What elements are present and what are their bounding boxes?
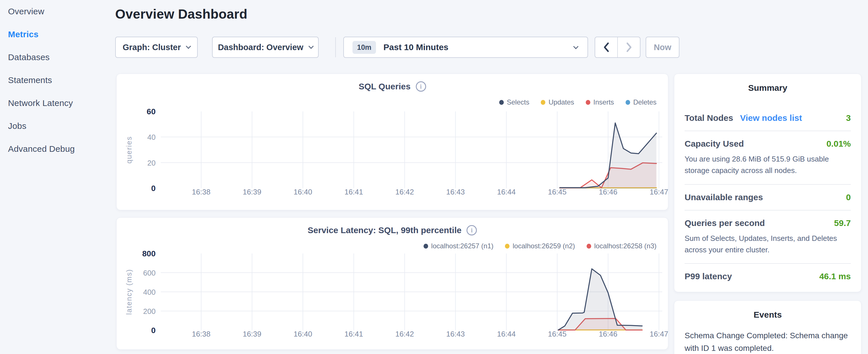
- toolbar: Graph: Cluster Dashboard: Overview 10m P…: [115, 37, 671, 58]
- summary-description: Sum of Selects, Updates, Inserts, and De…: [685, 232, 851, 256]
- svg-text:16:47: 16:47: [650, 188, 668, 196]
- main-content: Overview Dashboard Graph: Cluster Dashbo…: [115, 0, 671, 22]
- sidebar-item-metrics[interactable]: Metrics: [8, 23, 111, 46]
- sidebar-item-databases[interactable]: Databases: [8, 46, 111, 69]
- svg-text:16:43: 16:43: [446, 330, 465, 338]
- sidebar-item-jobs[interactable]: Jobs: [8, 115, 111, 137]
- legend-dot-icon: [587, 244, 591, 249]
- legend-dot-icon: [505, 244, 509, 249]
- service-latency-chart-card: Service Latency: SQL, 99th percentile i …: [116, 217, 668, 350]
- svg-text:16:44: 16:44: [497, 330, 516, 338]
- summary-label: Capacity Used: [685, 139, 744, 149]
- sidebar-item-advanced-debug[interactable]: Advanced Debug: [8, 137, 111, 160]
- chart-legend: SelectsUpdatesInsertsDeletes: [499, 98, 657, 106]
- chart-title: SQL Queries: [359, 82, 410, 91]
- time-step-forward-button[interactable]: [618, 37, 640, 57]
- chevron-right-icon: [625, 42, 633, 53]
- svg-text:16:41: 16:41: [344, 188, 363, 196]
- time-range-dropdown[interactable]: 10m Past 10 Minutes: [343, 37, 588, 58]
- graph-scope-dropdown[interactable]: Graph: Cluster: [115, 37, 198, 58]
- svg-text:600: 600: [143, 269, 156, 277]
- summary-value: 0: [846, 192, 851, 202]
- svg-text:16:39: 16:39: [243, 188, 261, 196]
- svg-text:16:45: 16:45: [548, 188, 566, 196]
- svg-text:16:45: 16:45: [548, 330, 566, 338]
- legend-label: Inserts: [593, 98, 614, 106]
- summary-value: 0.01%: [827, 139, 851, 149]
- summary-row-p99-latency: P99 latency 46.1 ms: [685, 263, 851, 289]
- sql-queries-plot[interactable]: 020406016:3816:3916:4016:4116:4216:4316:…: [161, 106, 665, 201]
- legend-item[interactable]: Updates: [541, 98, 574, 106]
- sidebar: Overview Metrics Databases Statements Ne…: [8, 0, 111, 160]
- summary-row-total-nodes: Total Nodes View nodes list 3: [685, 105, 851, 131]
- svg-text:queries: queries: [125, 136, 133, 164]
- svg-text:800: 800: [142, 249, 156, 258]
- legend-label: Updates: [549, 98, 574, 106]
- svg-text:16:46: 16:46: [599, 330, 617, 338]
- summary-label: P99 latency: [685, 271, 732, 281]
- legend-dot-icon: [499, 100, 504, 105]
- sidebar-item-network-latency[interactable]: Network Latency: [8, 92, 111, 115]
- legend-dot-icon: [541, 100, 545, 105]
- events-title: Events: [685, 301, 851, 320]
- service-latency-plot[interactable]: 020040060080016:3816:3916:4016:4116:4216…: [161, 248, 665, 343]
- summary-description: You are using 28.6 MiB of 515.9 GiB usab…: [685, 153, 851, 176]
- svg-text:16:41: 16:41: [344, 330, 363, 338]
- svg-text:16:42: 16:42: [395, 188, 414, 196]
- legend-item[interactable]: Deletes: [626, 98, 656, 106]
- view-nodes-list-link[interactable]: View nodes list: [740, 113, 802, 123]
- right-sidebar: Summary Total Nodes View nodes list 3 Ca…: [674, 0, 861, 354]
- chevron-left-icon: [602, 42, 610, 53]
- sidebar-item-overview[interactable]: Overview: [8, 0, 111, 23]
- svg-text:16:46: 16:46: [599, 188, 617, 196]
- svg-text:0: 0: [151, 326, 156, 335]
- time-step-buttons: [595, 37, 641, 58]
- info-icon[interactable]: i: [416, 81, 426, 92]
- chevron-down-icon: [573, 44, 578, 49]
- chevron-down-icon: [308, 43, 313, 49]
- legend-label: Selects: [507, 98, 530, 106]
- svg-text:latency (ms): latency (ms): [125, 269, 133, 315]
- graph-scope-label: Graph: Cluster: [123, 43, 181, 52]
- svg-text:0: 0: [151, 184, 156, 193]
- svg-text:16:47: 16:47: [650, 330, 668, 338]
- summary-row-queries-per-second: Queries per second 59.7 Sum of Selects, …: [685, 210, 851, 263]
- page-title: Overview Dashboard: [115, 6, 671, 22]
- summary-label: Total Nodes: [685, 113, 733, 123]
- legend-label: Deletes: [633, 98, 656, 106]
- events-card: Events Schema Change Completed: Schema c…: [674, 300, 861, 354]
- legend-dot-icon: [626, 100, 630, 105]
- svg-text:20: 20: [147, 159, 156, 167]
- sql-queries-chart-card: SQL Queries i SelectsUpdatesInsertsDelet…: [116, 74, 668, 210]
- svg-text:16:40: 16:40: [293, 330, 312, 338]
- svg-text:16:42: 16:42: [395, 330, 414, 338]
- svg-text:16:44: 16:44: [497, 188, 516, 196]
- svg-text:40: 40: [147, 133, 156, 141]
- summary-value: 59.7: [834, 218, 851, 228]
- legend-dot-icon: [586, 100, 590, 105]
- svg-text:16:38: 16:38: [192, 188, 210, 196]
- summary-label: Queries per second: [685, 218, 765, 228]
- chevron-down-icon: [186, 43, 191, 49]
- summary-row-unavailable-ranges: Unavailable ranges 0: [685, 184, 851, 210]
- svg-text:16:40: 16:40: [293, 188, 312, 196]
- time-step-back-button[interactable]: [595, 37, 618, 57]
- legend-item[interactable]: Selects: [499, 98, 530, 106]
- event-list-item[interactable]: Schema Change Completed: Schema change w…: [685, 329, 851, 354]
- dashboard-dropdown[interactable]: Dashboard: Overview: [212, 37, 319, 58]
- dashboard-label: Dashboard: Overview: [218, 43, 303, 52]
- svg-text:200: 200: [143, 307, 156, 316]
- svg-text:60: 60: [147, 107, 156, 116]
- event-message: Schema Change Completed: Schema change w…: [685, 329, 851, 354]
- svg-text:16:39: 16:39: [243, 330, 261, 338]
- summary-row-capacity-used: Capacity Used 0.01% You are using 28.6 M…: [685, 131, 851, 184]
- sidebar-item-statements[interactable]: Statements: [8, 69, 111, 92]
- summary-value: 46.1 ms: [819, 271, 851, 281]
- svg-text:400: 400: [143, 288, 156, 296]
- legend-item[interactable]: Inserts: [586, 98, 614, 106]
- summary-value: 3: [846, 113, 851, 123]
- info-icon[interactable]: i: [467, 225, 477, 235]
- legend-dot-icon: [424, 244, 428, 249]
- time-range-label: Past 10 Minutes: [383, 42, 448, 52]
- chart-title: Service Latency: SQL, 99th percentile: [308, 225, 462, 235]
